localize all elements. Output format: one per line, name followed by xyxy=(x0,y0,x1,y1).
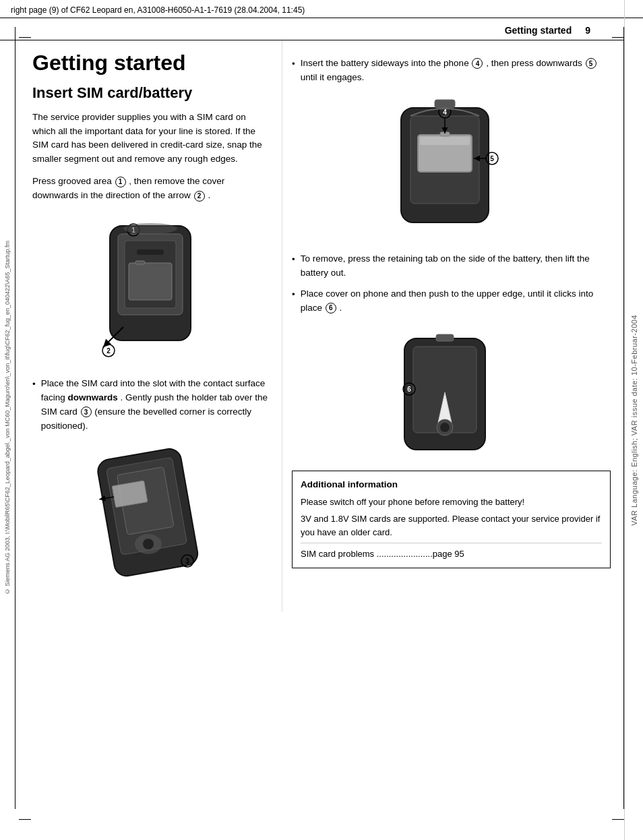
phone-svg-4: 6 xyxy=(388,325,516,460)
header-title: Getting started xyxy=(505,25,572,36)
right-column: • Insert the battery sideways into the p… xyxy=(282,40,617,611)
right-bullet-2-text: To remove, press the retaining tab on th… xyxy=(301,252,611,280)
right-bullet-1-text: Insert the battery sideways into the pho… xyxy=(301,57,611,85)
circle-6: 6 xyxy=(326,303,336,313)
left-column: Getting started Insert SIM card/battery … xyxy=(26,40,282,611)
bullet-symbol-1: • xyxy=(32,378,36,433)
top-bar: right page (9) of CF62 Leopard en, A3100… xyxy=(0,0,643,18)
main-content: Getting started Insert SIM card/battery … xyxy=(19,40,624,611)
svg-rect-25 xyxy=(420,137,470,145)
left-sidebar: © Siemens AG 2003, I:\MobilR65\CF62_Leop… xyxy=(0,27,15,809)
header-page: 9 xyxy=(585,25,590,36)
circle-4: 4 xyxy=(472,58,483,69)
phone-illustration-2: 3 xyxy=(32,443,268,591)
svg-rect-11 xyxy=(135,261,145,264)
svg-point-20 xyxy=(143,539,154,549)
svg-text:4: 4 xyxy=(443,109,447,116)
intro-para-1: The service provider supplies you with a… xyxy=(32,111,268,167)
info-line-3: SIM card problems ......................… xyxy=(301,543,602,561)
circle-5: 5 xyxy=(586,58,596,69)
svg-rect-9 xyxy=(137,249,164,255)
intro-para-2-end: . xyxy=(208,190,210,200)
circle-1: 1 xyxy=(115,177,126,187)
phone-svg-3: 4 5 xyxy=(381,94,522,243)
phone-svg-1: 1 2 xyxy=(83,212,218,367)
phone-illustration-1: 1 2 xyxy=(32,212,268,367)
svg-point-40 xyxy=(440,423,450,432)
right-bullet-2: • To remove, press the retaining tab on … xyxy=(292,252,611,280)
section-heading: Insert SIM card/battery xyxy=(32,84,268,102)
top-right-mark xyxy=(612,37,624,38)
svg-text:3: 3 xyxy=(185,558,189,565)
bullet-1-text: Place the SIM card into the slot with th… xyxy=(41,377,268,433)
bottom-right-mark xyxy=(612,819,624,820)
phone-illustration-4: 6 xyxy=(292,325,611,460)
svg-text:5: 5 xyxy=(490,155,494,162)
phone-svg-2: 3 xyxy=(83,443,218,591)
right-sidebar-text: VAR Language: English; VAR issue date: 1… xyxy=(630,315,638,526)
right-bullet-symbol-3: • xyxy=(292,288,295,316)
right-bullet-3-text: Place cover on phone and then push to th… xyxy=(301,287,611,316)
info-box-title: Additional information xyxy=(301,478,602,491)
circle-2: 2 xyxy=(194,191,205,202)
bottom-left-mark xyxy=(19,819,31,820)
circle-3: 3 xyxy=(81,407,92,417)
page-heading: Getting started xyxy=(32,51,268,75)
intro-para-2: Press grooved area 1 , then remove the c… xyxy=(32,175,268,203)
right-bullet-symbol-2: • xyxy=(292,253,295,280)
right-sidebar: VAR Language: English; VAR issue date: 1… xyxy=(624,0,643,840)
phone-illustration-3: 4 5 xyxy=(292,94,611,243)
left-sidebar-text: © Siemens AG 2003, I:\MobilR65\CF62_Leop… xyxy=(4,241,11,595)
left-border-line xyxy=(15,27,16,809)
svg-text:6: 6 xyxy=(407,386,411,393)
info-line-2: 3V and 1.8V SIM cards are supported. Ple… xyxy=(301,512,602,539)
header-row: Getting started 9 xyxy=(0,18,624,40)
svg-text:2: 2 xyxy=(106,347,111,355)
svg-rect-38 xyxy=(436,334,454,341)
top-left-mark xyxy=(19,37,31,38)
svg-rect-32 xyxy=(435,100,455,108)
bullet-1: • Place the SIM card into the slot with … xyxy=(32,377,268,433)
svg-point-8 xyxy=(123,223,177,234)
right-bullet-symbol-1: • xyxy=(292,57,295,85)
info-box: Additional information Please switch off… xyxy=(292,471,611,568)
info-line-1: Please switch off your phone before remo… xyxy=(301,496,602,509)
top-bar-label: right page (9) of CF62 Leopard en, A3100… xyxy=(11,5,305,15)
intro-para-2-text: Press grooved area xyxy=(32,176,112,186)
right-bullet-3: • Place cover on phone and then push to … xyxy=(292,287,611,316)
svg-rect-10 xyxy=(129,263,172,300)
right-bullet-1: • Insert the battery sideways into the p… xyxy=(292,57,611,85)
